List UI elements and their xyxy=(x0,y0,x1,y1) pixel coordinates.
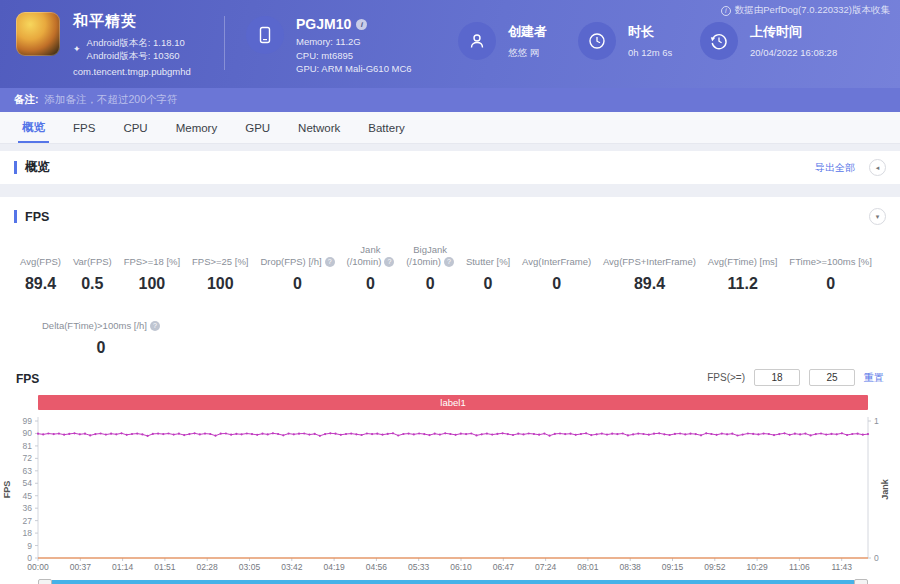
scrollbar-track[interactable] xyxy=(52,580,854,584)
x-tick-label: 03:05 xyxy=(239,562,260,572)
x-tick-label: 04:56 xyxy=(366,562,387,572)
stat-value: 0 xyxy=(346,275,394,293)
scrollbar-left-handle[interactable]: ‖ xyxy=(38,579,52,584)
creator-label: 创建者 xyxy=(508,23,547,41)
svg-text:54: 54 xyxy=(23,478,33,488)
tab-Battery[interactable]: Battery xyxy=(354,112,418,143)
stat-avg-fps-: Avg(FPS)89.4 xyxy=(18,243,63,293)
svg-text:1: 1 xyxy=(874,416,879,426)
fps-collapse-button[interactable]: ▾ xyxy=(869,208,886,225)
collected-by-text: 数据由PerfDog(7.0.220332)版本收集 xyxy=(735,4,890,17)
x-tick-label: 04:19 xyxy=(323,562,344,572)
chart-region-label[interactable]: label1 xyxy=(38,395,868,410)
fps-line-chart[interactable]: 091827364554637281909910FPSJank xyxy=(0,413,900,565)
overview-title: 概览 xyxy=(25,159,50,176)
svg-text:Jank: Jank xyxy=(880,478,890,500)
section-accent-bar xyxy=(14,210,17,223)
svg-text:99: 99 xyxy=(23,416,33,426)
collected-by-note: i 数据由PerfDog(7.0.220332)版本收集 xyxy=(721,4,890,17)
x-tick-label: 00:37 xyxy=(70,562,91,572)
stat-value: 100 xyxy=(124,275,181,293)
fps-chart: label1 091827364554637281909910FPSJank 0… xyxy=(0,393,900,584)
upload-info: 上传时间 20/04/2022 16:08:28 xyxy=(700,22,837,60)
upload-time-label: 上传时间 xyxy=(750,23,837,41)
fps-chart-title: FPS xyxy=(16,372,39,386)
device-info-icon[interactable]: i xyxy=(356,19,367,30)
stat-bigjank: BigJank(/10min)?0 xyxy=(404,243,456,293)
x-tick-label: 00:00 xyxy=(27,562,48,572)
stat-value: 89.4 xyxy=(603,275,696,293)
app-name: 和平精英 xyxy=(73,12,191,31)
help-icon[interactable]: ? xyxy=(444,257,454,267)
phone-icon xyxy=(246,16,284,54)
fps-threshold-input-1[interactable] xyxy=(754,369,800,386)
svg-text:27: 27 xyxy=(23,516,33,526)
device-gpu: GPU: ARM Mali-G610 MC6 xyxy=(296,62,412,76)
app-version-code: Android版本号: 10360 xyxy=(87,49,185,62)
device-cpu: CPU: mt6895 xyxy=(296,49,412,63)
x-tick-label: 09:15 xyxy=(662,562,683,572)
x-tick-label: 01:14 xyxy=(112,562,133,572)
history-clock-icon xyxy=(700,22,738,60)
info-icon: i xyxy=(721,6,731,16)
android-platform-icon: ✦ xyxy=(73,44,81,54)
x-tick-label: 06:10 xyxy=(450,562,471,572)
stat-value: 0.5 xyxy=(73,275,112,293)
device-info: PGJM10 i Memory: 11.2G CPU: mt6895 GPU: … xyxy=(246,16,412,76)
help-icon[interactable]: ? xyxy=(384,257,394,267)
creator-info: 创建者 悠悠 网 xyxy=(458,22,547,60)
app-package: com.tencent.tmgp.pubgmhd xyxy=(73,66,191,77)
device-memory: Memory: 11.2G xyxy=(296,35,412,49)
x-tick-label: 11:43 xyxy=(831,562,852,572)
stat-avg-ftime-ms-: Avg(FTime) [ms]11.2 xyxy=(706,243,780,293)
stat-value: 0 xyxy=(42,339,160,357)
svg-text:72: 72 xyxy=(23,453,33,463)
stat-drop-fps-h-: Drop(FPS) [/h]?0 xyxy=(258,243,336,293)
clock-icon xyxy=(578,22,616,60)
stat-jank: Jank(/10min)?0 xyxy=(344,243,396,293)
svg-text:36: 36 xyxy=(23,503,33,513)
tab-GPU[interactable]: GPU xyxy=(231,112,284,143)
stat-value: 0 xyxy=(522,275,591,293)
app-info: 和平精英 ✦ Android版本名: 1.18.10 Android版本号: 1… xyxy=(16,12,191,77)
fps-threshold-input-2[interactable] xyxy=(809,369,855,386)
fps-section: FPS ▾ Avg(FPS)89.4Var(FPS)0.5FPS>=18 [%]… xyxy=(0,197,900,584)
fps-section-title: FPS xyxy=(25,210,49,224)
stat-ftime-100ms-: FTime>=100ms [%]0 xyxy=(787,243,874,293)
overview-collapse-button[interactable]: ◂ xyxy=(869,159,886,176)
creator-value: 悠悠 网 xyxy=(508,47,547,60)
note-bar[interactable]: 备注: 添加备注，不超过200个字符 xyxy=(0,88,900,112)
tab-Network[interactable]: Network xyxy=(284,112,354,143)
svg-text:FPS: FPS xyxy=(2,481,12,499)
tab-FPS[interactable]: FPS xyxy=(59,112,109,143)
fps-threshold-label: FPS(>=) xyxy=(707,372,745,383)
x-tick-label: 10:29 xyxy=(746,562,767,572)
stat-value: 11.2 xyxy=(708,275,778,293)
x-tick-label: 09:52 xyxy=(704,562,725,572)
fps-stats-row: Avg(FPS)89.4Var(FPS)0.5FPS>=18 [%]100FPS… xyxy=(18,243,874,293)
x-tick-label: 05:33 xyxy=(408,562,429,572)
note-label: 备注: xyxy=(14,93,39,107)
stat-value: 0 xyxy=(466,275,510,293)
scrollbar-right-handle[interactable]: ‖ xyxy=(854,579,868,584)
reset-link[interactable]: 重置 xyxy=(864,371,884,385)
help-icon[interactable]: ? xyxy=(150,321,160,331)
svg-text:18: 18 xyxy=(23,528,33,538)
stat-value: 0 xyxy=(789,275,872,293)
chart-scrollbar[interactable]: ‖ ‖ xyxy=(38,579,868,584)
svg-text:90: 90 xyxy=(23,428,33,438)
tab-CPU[interactable]: CPU xyxy=(109,112,161,143)
stat-delta-ftime-100ms-h-: Delta(FTime)>100ms [/h]?0 xyxy=(40,307,162,357)
tab-概览[interactable]: 概览 xyxy=(8,112,59,143)
stat-fps-18-: FPS>=18 [%]100 xyxy=(122,243,183,293)
export-all-link[interactable]: 导出全部 xyxy=(815,161,855,175)
help-icon[interactable]: ? xyxy=(325,257,335,267)
stat-stutter-: Stutter [%]0 xyxy=(464,243,512,293)
x-axis-labels: 00:0000:3701:1401:5102:2803:0503:4204:19… xyxy=(0,562,900,574)
stat-fps-25-: FPS>=25 [%]100 xyxy=(190,243,251,293)
x-tick-label: 02:28 xyxy=(197,562,218,572)
tab-Memory[interactable]: Memory xyxy=(162,112,232,143)
user-icon xyxy=(458,22,496,60)
stat-var-fps-: Var(FPS)0.5 xyxy=(71,243,114,293)
stat-avg-fps-interframe-: Avg(FPS+InterFrame)89.4 xyxy=(601,243,698,293)
